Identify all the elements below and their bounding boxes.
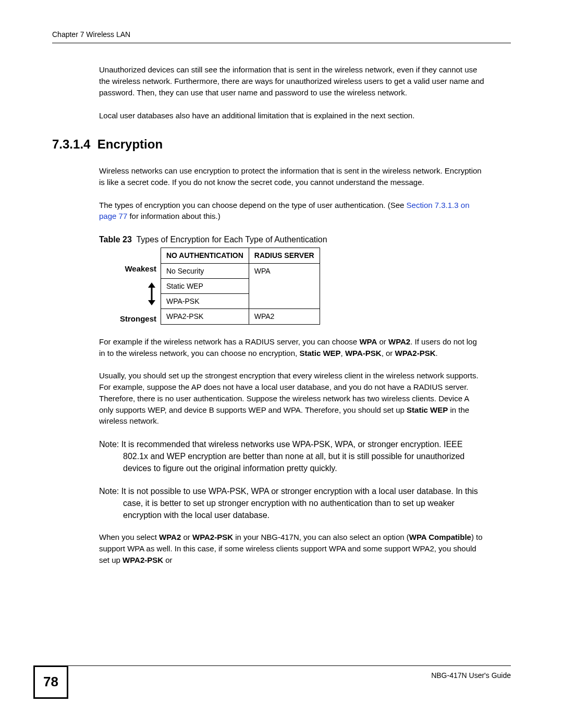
intro-paragraph-1: Unauthorized devices can still see the i… — [99, 64, 485, 98]
encryption-paragraph-1: Wireless networks can use encryption to … — [99, 165, 485, 188]
cell-no-security: No Security — [161, 263, 249, 278]
bold-static-wep: Static WEP — [407, 405, 448, 414]
table-header-row: NO AUTHENTICATION RADIUS SERVER — [161, 248, 320, 263]
svg-marker-0 — [148, 282, 155, 288]
text: For example if the wireless network has … — [99, 337, 359, 346]
text: for information about this.) — [127, 212, 220, 220]
cell-wpa-psk: WPA-PSK — [161, 294, 249, 309]
text: When you select — [99, 533, 159, 541]
section-title: Encryption — [97, 137, 163, 151]
text: or — [163, 556, 173, 564]
double-arrow-icon — [147, 282, 156, 305]
example-paragraph-radius: For example if the wireless network has … — [99, 336, 485, 359]
bold-static-wep: Static WEP — [299, 349, 340, 357]
page-number: 78 — [33, 665, 68, 699]
bold-wpa: WPA — [359, 337, 377, 346]
svg-rect-1 — [151, 287, 153, 301]
chapter-header: Chapter 7 Wireless LAN — [52, 29, 511, 43]
cell-wpa: WPA — [249, 263, 320, 309]
bold-wpa2: WPA2 — [388, 337, 410, 346]
table-row: WPA2-PSK WPA2 — [161, 309, 320, 324]
intro-paragraph-2: Local user databases also have an additi… — [99, 110, 485, 121]
bold-wpa2: WPA2 — [159, 533, 181, 541]
note-local-user-database: Note: It is not possible to use WPA-PSK,… — [99, 485, 485, 522]
cell-static-wep: Static WEP — [161, 278, 249, 293]
page-footer: 78 NBG-417N User's Guide — [52, 665, 511, 699]
column-header-radius: RADIUS SERVER — [249, 248, 320, 263]
text: , or — [382, 349, 395, 357]
bold-wpa2-psk: WPA2-PSK — [395, 349, 435, 357]
text: The types of encryption you can choose d… — [99, 201, 407, 209]
text: or — [181, 533, 192, 541]
strongest-label: Strongest — [99, 313, 156, 325]
table-row: No Security WPA — [161, 263, 320, 278]
footer-guide-title: NBG-417N User's Guide — [431, 666, 511, 681]
wpa-compatible-paragraph: When you select WPA2 or WPA2-PSK in your… — [99, 532, 485, 565]
note-recommended-encryption: Note: It is recommended that wireless ne… — [99, 438, 485, 475]
bold-wpa2-psk: WPA2-PSK — [192, 533, 233, 541]
text: or — [377, 337, 388, 346]
bold-wpa2-psk: WPA2-PSK — [123, 556, 163, 564]
cell-wpa2: WPA2 — [249, 309, 320, 324]
section-number: 7.3.1.4 — [52, 137, 90, 151]
bold-wpa-psk: WPA-PSK — [345, 349, 382, 357]
cell-wpa2-psk: WPA2-PSK — [161, 309, 249, 324]
text: . — [436, 349, 438, 357]
text: , — [341, 349, 345, 357]
table-caption: Table 23 Types of Encryption for Each Ty… — [99, 233, 511, 245]
encryption-paragraph-2: The types of encryption you can choose d… — [99, 200, 485, 223]
text: in your NBG-417N, you can also select an… — [233, 533, 409, 541]
weakest-label: Weakest — [99, 263, 156, 275]
encryption-types-table: NO AUTHENTICATION RADIUS SERVER No Secur… — [161, 248, 320, 324]
bold-wpa-compatible: WPA Compatible — [409, 533, 471, 541]
svg-marker-2 — [148, 300, 155, 305]
strongest-encryption-paragraph: Usually, you should set up the strongest… — [99, 370, 485, 427]
table-title: Types of Encryption for Each Type of Aut… — [136, 235, 327, 244]
encryption-table-wrapper: Weakest Strongest NO AUTHENTICATION RADI… — [99, 248, 511, 324]
strength-scale: Weakest Strongest — [99, 248, 156, 324]
section-heading-encryption: 7.3.1.4 Encryption — [52, 135, 511, 154]
table-label: Table 23 — [99, 235, 132, 244]
column-header-no-auth: NO AUTHENTICATION — [161, 248, 249, 263]
